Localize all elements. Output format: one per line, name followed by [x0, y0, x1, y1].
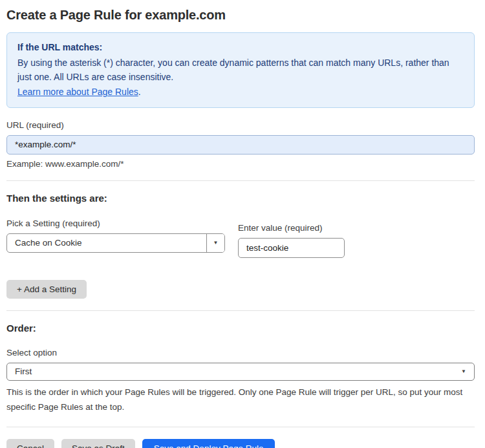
- save-as-draft-button[interactable]: Save as Draft: [61, 439, 135, 448]
- setting-value-input[interactable]: [238, 238, 345, 258]
- order-select-label: Select option: [6, 348, 475, 357]
- create-page-rule-form: Create a Page Rule for example.com If th…: [0, 0, 485, 448]
- info-box-link-row: Learn more about Page Rules.: [17, 85, 464, 100]
- order-select-group: Select option First ▼ This is the order …: [6, 348, 475, 415]
- add-setting-button[interactable]: + Add a Setting: [6, 280, 87, 299]
- link-suffix-text: .: [138, 87, 141, 97]
- info-box-body: By using the asterisk (*) character, you…: [17, 56, 464, 85]
- page-title: Create a Page Rule for example.com: [6, 8, 475, 23]
- setting-picker-group: Pick a Setting (required) Cache on Cooki…: [6, 219, 225, 258]
- url-match-info-box: If the URL matches: By using the asteris…: [6, 32, 475, 108]
- setting-value-group: Enter value (required): [238, 223, 345, 258]
- save-and-deploy-button[interactable]: Save and Deploy Page Rule: [142, 439, 275, 448]
- url-field-helper: Example: www.example.com/*: [6, 159, 475, 169]
- order-selected-value: First: [15, 367, 32, 376]
- info-box-heading: If the URL matches:: [17, 40, 464, 55]
- setting-value-label: Enter value (required): [238, 223, 345, 233]
- section-divider: [6, 180, 475, 181]
- chevron-down-icon: ▼: [461, 368, 466, 374]
- setting-picker-dropdown[interactable]: Cache on Cookie ▼: [6, 233, 225, 253]
- cancel-button[interactable]: Cancel: [6, 439, 54, 448]
- url-field-label: URL (required): [6, 120, 475, 130]
- footer-button-row: Cancel Save as Draft Save and Deploy Pag…: [6, 439, 475, 448]
- section-divider: [6, 310, 475, 311]
- footer-divider: [6, 427, 475, 427]
- chevron-down-icon: ▼: [213, 240, 219, 246]
- setting-picker-label: Pick a Setting (required): [6, 219, 225, 228]
- settings-section-heading: Then the settings are:: [6, 193, 475, 204]
- order-select[interactable]: First ▼: [6, 363, 475, 381]
- setting-picker-selected-value: Cache on Cookie: [7, 234, 206, 252]
- settings-row: Pick a Setting (required) Cache on Cooki…: [6, 219, 475, 258]
- url-input[interactable]: [6, 135, 475, 155]
- learn-more-link[interactable]: Learn more about Page Rules: [17, 87, 138, 97]
- order-section-heading: Order:: [6, 323, 475, 334]
- order-helper-text: This is the order in which your Page Rul…: [6, 385, 475, 415]
- setting-picker-arrow-button[interactable]: ▼: [206, 234, 224, 252]
